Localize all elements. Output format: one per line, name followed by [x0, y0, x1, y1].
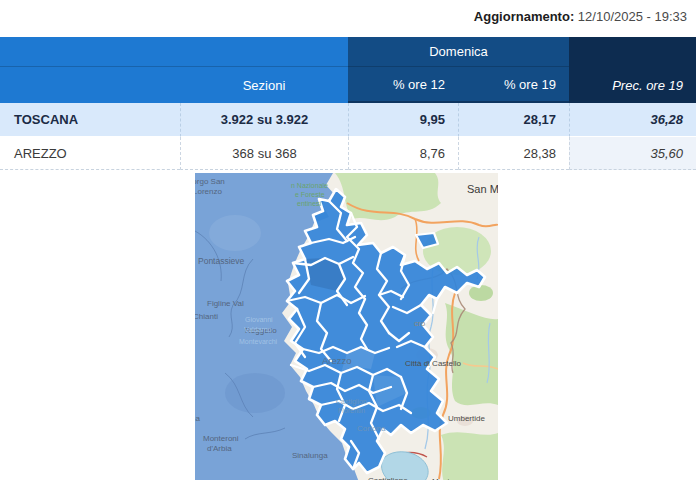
label-citta-di-castello: Città di Castello — [405, 359, 462, 368]
row-toscana-ore19: 28,17 — [458, 103, 569, 137]
label-castiglione: Castiglione — [368, 476, 408, 480]
label-san-marino: San M — [467, 183, 498, 195]
label-na: na — [195, 414, 200, 423]
header-spacer-left — [0, 37, 348, 67]
row-arezzo-prec: 35,60 — [569, 137, 696, 170]
header-prec-ore19: Prec. ore 19 — [569, 67, 696, 103]
page: Aggiornamento: 12/10/2025 - 19:33 Domeni… — [0, 0, 696, 480]
row-toscana-ore12: 9,95 — [348, 103, 458, 137]
label-valdarno: Valdarno — [244, 326, 272, 333]
svg-text:Lorenzo: Lorenzo — [195, 187, 222, 196]
affluenza-map[interactable]: Borgo San Lorenzo Pontassieve Reggello F… — [195, 173, 498, 480]
row-arezzo-name[interactable]: AREZZO — [0, 137, 180, 170]
label-borgo-san-lorenzo: Borgo San — [195, 177, 225, 186]
label-sinalunga: Sinalunga — [292, 451, 328, 460]
label-pontassieve: Pontassieve — [198, 256, 245, 266]
svg-text:entinesi: entinesi — [297, 200, 322, 207]
header-sezioni: Sezioni — [180, 67, 348, 103]
row-arezzo-ore19: 28,38 — [458, 137, 569, 170]
label-chianti: Chianti — [195, 312, 218, 321]
svg-text:e Foreste: e Foreste — [295, 191, 325, 198]
row-toscana-prec: 36,28 — [569, 103, 696, 137]
update-label: Aggiornamento: — [474, 9, 574, 24]
svg-text:Giovanni: Giovanni — [245, 316, 273, 323]
affluenza-table: Domenica Sezioni % ore 12 % ore 19 Prec.… — [0, 37, 696, 170]
label-arezzo: Arezzo — [322, 355, 352, 366]
header-spacer-prec — [569, 37, 696, 67]
label-montevarchi: Montevarchi — [239, 338, 278, 345]
label-cortona: Cortona — [357, 424, 386, 433]
header-group-domenica: Domenica — [348, 37, 569, 67]
header-ore12: % ore 12 — [348, 67, 458, 103]
header-name-spacer — [0, 67, 180, 103]
row-toscana-sezioni: 3.922 su 3.922 — [180, 103, 348, 137]
label-castiglion-fiorentino: Castiglion — [336, 398, 367, 406]
svg-text:n Nazionale: n Nazionale — [291, 182, 328, 189]
update-value: 12/10/2025 - 19:33 — [578, 9, 687, 24]
header-ore19: % ore 19 — [458, 67, 569, 103]
row-toscana-name[interactable]: TOSCANA — [0, 103, 180, 137]
row-arezzo-sezioni: 368 su 368 — [180, 137, 348, 170]
svg-text:Fiorentin: Fiorentin — [338, 407, 365, 414]
update-status: Aggiornamento: 12/10/2025 - 19:33 — [474, 9, 687, 24]
label-monteroni: Monteroni — [203, 434, 239, 443]
row-arezzo-ore12: 8,76 — [348, 137, 458, 170]
label-figline: Figline Val — [207, 299, 244, 308]
label-umbertide: Umbertide — [448, 414, 485, 423]
label-sansepolcro: cro — [414, 319, 426, 328]
svg-text:d'Arbia: d'Arbia — [207, 444, 232, 453]
